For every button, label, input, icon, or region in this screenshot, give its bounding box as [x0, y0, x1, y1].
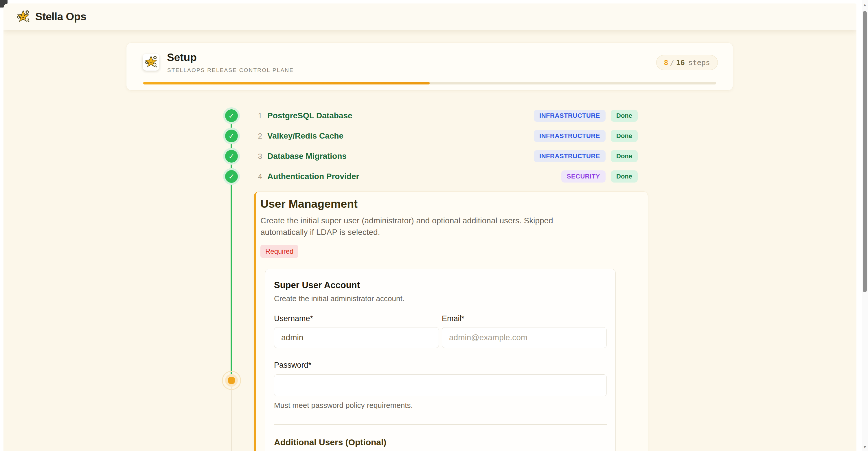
- password-helper-text: Must meet password policy requirements.: [274, 401, 607, 410]
- scroll-down-arrow-icon[interactable]: ▼: [862, 444, 868, 449]
- page-subtitle: STELLAOPS RELEASE CONTROL PLANE: [167, 67, 294, 73]
- email-field[interactable]: [442, 327, 607, 348]
- setup-progress-fill: [143, 82, 430, 85]
- star-icon: [144, 55, 158, 69]
- super-user-title: Super User Account: [274, 280, 607, 290]
- section-description: Create the initial super user (administr…: [260, 215, 580, 238]
- brand-title: Stella Ops: [35, 11, 86, 23]
- step-name: Authentication Provider: [267, 172, 359, 181]
- scrollbar-thumb[interactable]: [863, 11, 867, 292]
- required-badge: Required: [260, 245, 298, 258]
- page-title: Setup: [167, 52, 197, 64]
- super-user-card: Super User Account Create the initial ad…: [265, 269, 616, 451]
- steps-count-badge: 8 / 16 steps: [656, 55, 718, 70]
- current-step-marker-icon: [228, 377, 235, 384]
- password-field[interactable]: [274, 374, 607, 396]
- app-header: Stella Ops: [3, 3, 857, 30]
- step-number: 3: [255, 152, 262, 161]
- step-number: 2: [255, 132, 262, 140]
- setup-progress-bar: [143, 82, 716, 85]
- step-completed-check-icon: ✓: [225, 109, 238, 122]
- status-badge: Done: [611, 170, 638, 183]
- section-title: User Management: [260, 198, 648, 210]
- additional-users-title: Additional Users (Optional): [274, 438, 607, 447]
- vertical-scrollbar[interactable]: ▲ ▼: [862, 0, 868, 451]
- step-completed-check-icon: ✓: [225, 130, 238, 142]
- category-badge: INFRASTRUCTURE: [534, 110, 606, 122]
- status-badge: Done: [611, 130, 638, 142]
- setup-app-icon-tile: [143, 54, 159, 71]
- username-label: Username*: [274, 314, 439, 323]
- timeline-line-upcoming: [231, 380, 232, 451]
- step-name: Database Migrations: [267, 152, 347, 161]
- step-name: Valkey/Redis Cache: [267, 131, 343, 140]
- setup-step-row[interactable]: 1 PostgreSQL Database INFRASTRUCTURE Don…: [255, 105, 638, 126]
- category-badge: INFRASTRUCTURE: [534, 150, 606, 162]
- section-divider: [274, 424, 607, 425]
- setup-step-row[interactable]: 3 Database Migrations INFRASTRUCTURE Don…: [255, 146, 638, 166]
- super-user-description: Create the initial administrator account…: [274, 294, 607, 303]
- status-badge: Done: [611, 110, 638, 122]
- steps-completed: 8: [664, 58, 669, 67]
- category-badge: INFRASTRUCTURE: [534, 130, 606, 142]
- category-badge: SECURITY: [561, 170, 606, 183]
- additional-users-description: Add additional users during setup.: [274, 450, 607, 451]
- steps-label: steps: [688, 58, 710, 67]
- page: Stella Ops Setup STELLAOPS RELEASE CONTR…: [0, 0, 868, 451]
- setup-header-card: Setup STELLAOPS RELEASE CONTROL PLANE 8 …: [126, 42, 733, 91]
- step-completed-check-icon: ✓: [225, 170, 238, 183]
- scrollbar-gutter: [857, 0, 862, 451]
- step-completed-check-icon: ✓: [225, 150, 238, 163]
- setup-step-row[interactable]: 2 Valkey/Redis Cache INFRASTRUCTURE Done: [255, 126, 638, 146]
- username-field[interactable]: [274, 327, 439, 348]
- step-number: 4: [255, 172, 262, 181]
- password-label: Password*: [274, 361, 607, 370]
- stella-ops-logo-icon: [16, 9, 30, 24]
- scroll-up-arrow-icon[interactable]: ▲: [862, 2, 868, 7]
- step-number: 1: [255, 111, 262, 120]
- user-management-panel: User Management Create the initial super…: [254, 192, 648, 451]
- email-label: Email*: [442, 314, 607, 323]
- status-badge: Done: [611, 150, 638, 162]
- step-name: PostgreSQL Database: [267, 111, 352, 120]
- steps-total: 16: [676, 58, 685, 67]
- app-window: Stella Ops Setup STELLAOPS RELEASE CONTR…: [3, 3, 857, 451]
- setup-step-row[interactable]: 4 Authentication Provider SECURITY Done: [255, 166, 638, 187]
- steps-separator: /: [670, 58, 675, 67]
